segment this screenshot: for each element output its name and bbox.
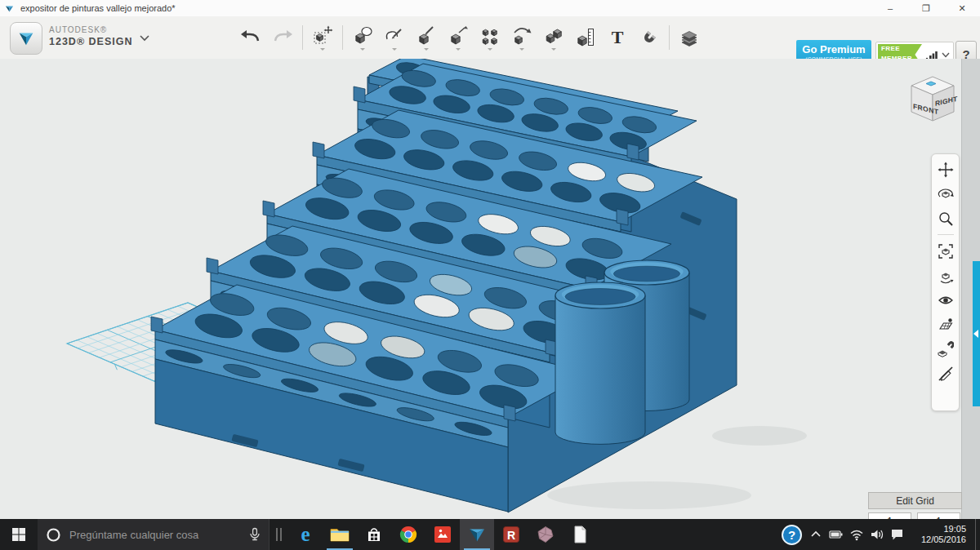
- visibility-tool-button[interactable]: [936, 290, 956, 310]
- modify-dropdown-caret[interactable]: [519, 48, 524, 51]
- tray-wifi[interactable]: [849, 527, 864, 542]
- toolbar-separator: [669, 25, 670, 50]
- taskbar-app-print-app[interactable]: [425, 519, 460, 550]
- extrude-button[interactable]: [414, 20, 439, 55]
- application-window: expositor de pinturas vallejo mejorado* …: [0, 0, 980, 550]
- modify-icon: [511, 25, 532, 47]
- sketch-button[interactable]: [382, 20, 407, 55]
- zoom-tool-button[interactable]: [936, 208, 956, 228]
- hide-sketches-icon: [938, 366, 954, 382]
- combine-icon: [543, 25, 564, 47]
- start-button[interactable]: [0, 519, 38, 550]
- maximize-button[interactable]: ❐: [908, 0, 944, 16]
- sketch-dropdown-caret[interactable]: [392, 48, 397, 51]
- brand-text: AUTODESK® 123D® DESIGN: [49, 24, 133, 47]
- zoom-fit-icon: [938, 243, 954, 259]
- edge-icon: e: [295, 524, 316, 545]
- go-premium-label: Go Premium: [796, 43, 871, 55]
- taskbar-app-file-explorer[interactable]: [323, 519, 357, 550]
- membership-chevron-icon[interactable]: [942, 52, 950, 58]
- svg-text:T: T: [612, 27, 624, 47]
- taskbar-app-123d-design[interactable]: [460, 519, 494, 550]
- help-bubble-icon: ?: [781, 524, 803, 546]
- redo-button[interactable]: [270, 20, 295, 55]
- main-toolbar: AUTODESK® 123D® DESIGN T Go Premium (COM…: [0, 16, 980, 60]
- brand-line2: 123D® DESIGN: [49, 36, 133, 47]
- look-at-tool-button[interactable]: [936, 265, 956, 286]
- measure-icon: [575, 27, 596, 48]
- primitives-dropdown-caret[interactable]: [360, 48, 365, 51]
- tray-help-badge[interactable]: ?: [781, 524, 803, 546]
- view-cube[interactable]: FRONT RIGHT: [900, 70, 965, 134]
- look-at-icon: [938, 268, 954, 284]
- combine-dropdown-caret[interactable]: [551, 48, 556, 51]
- close-button[interactable]: ✕: [944, 0, 980, 16]
- search-input[interactable]: [68, 528, 247, 542]
- print-app-icon: [432, 524, 453, 545]
- meshmixer-icon: [535, 524, 556, 545]
- orbit-icon: [938, 186, 954, 202]
- show-desktop-button[interactable]: [975, 519, 980, 550]
- taskbar-app-edge[interactable]: e: [288, 519, 323, 550]
- member-line1: FREE: [881, 44, 922, 54]
- 3d-model-canvas[interactable]: [0, 59, 980, 519]
- snap-to-icon: [938, 341, 954, 357]
- orbit-tool-button[interactable]: [936, 184, 956, 204]
- combine-button[interactable]: [541, 20, 566, 55]
- microphone-icon[interactable]: [247, 527, 262, 542]
- 123d-logo-icon: [16, 29, 36, 48]
- task-view-divider[interactable]: [276, 528, 282, 541]
- undo-button[interactable]: [238, 20, 263, 55]
- workplane-icon: [938, 317, 954, 333]
- tray-volume[interactable]: [870, 527, 884, 542]
- text-button[interactable]: T: [605, 20, 630, 55]
- taskbar-app-r-block[interactable]: R: [494, 519, 528, 550]
- workplane-tool-button[interactable]: [936, 314, 956, 335]
- title-bar: expositor de pinturas vallejo mejorado* …: [0, 0, 980, 17]
- transform-move-button[interactable]: [310, 20, 335, 55]
- tray-battery[interactable]: [829, 527, 844, 542]
- chrome-icon: [398, 524, 419, 545]
- zoom-fit-tool-button[interactable]: [936, 241, 956, 261]
- window-controls: –❐✕: [872, 0, 980, 16]
- cortana-search-box[interactable]: [38, 519, 270, 550]
- hide-sketches-tool-button[interactable]: [936, 363, 956, 384]
- taskbar-app-windows-store[interactable]: [357, 519, 391, 550]
- transform-move-icon: [312, 25, 333, 47]
- window-title: expositor de pinturas vallejo mejorado*: [20, 3, 176, 13]
- tray-notification[interactable]: [890, 527, 905, 542]
- primitives-button[interactable]: [350, 20, 375, 55]
- taskbar-app-meshmixer[interactable]: [528, 519, 563, 550]
- toolbar-separator: [342, 25, 343, 50]
- taskbar-app-notepad[interactable]: [563, 519, 597, 550]
- pattern-dropdown-caret[interactable]: [488, 48, 492, 51]
- clock-date: 12/05/2016: [911, 534, 966, 545]
- collapsed-panel-tab[interactable]: [973, 261, 980, 406]
- pan-tool-button[interactable]: [936, 159, 956, 180]
- pattern-icon: [479, 25, 501, 47]
- taskbar-app-chrome[interactable]: [391, 519, 425, 550]
- construct-button[interactable]: [446, 20, 470, 55]
- edit-grid-button[interactable]: Edit Grid: [868, 492, 962, 509]
- 3d-viewport[interactable]: FRONT RIGHT Edit Grid: [0, 59, 980, 519]
- pattern-button[interactable]: [478, 20, 502, 55]
- transform-move-dropdown-caret[interactable]: [320, 48, 325, 51]
- minimize-button[interactable]: –: [872, 0, 908, 16]
- cortana-icon: [46, 527, 61, 543]
- r-block-icon: R: [501, 524, 522, 545]
- snap-button[interactable]: [637, 20, 662, 55]
- app-menu-button[interactable]: [10, 22, 42, 55]
- undo-icon: [240, 27, 261, 48]
- extrude-dropdown-caret[interactable]: [424, 48, 429, 51]
- app-menu-chevron-icon[interactable]: [139, 34, 150, 42]
- material-button[interactable]: [677, 20, 702, 55]
- tool-strip: T: [238, 16, 702, 59]
- modify-button[interactable]: [510, 20, 534, 55]
- measure-button[interactable]: [573, 20, 598, 55]
- snap-to-tool-button[interactable]: [936, 339, 956, 359]
- toolbar-separator: [302, 25, 303, 50]
- construct-dropdown-caret[interactable]: [456, 48, 461, 51]
- 123d-design-icon: [466, 524, 488, 545]
- tray-chevron-up[interactable]: [808, 527, 823, 542]
- taskbar-clock[interactable]: 19:0512/05/2016: [911, 524, 966, 545]
